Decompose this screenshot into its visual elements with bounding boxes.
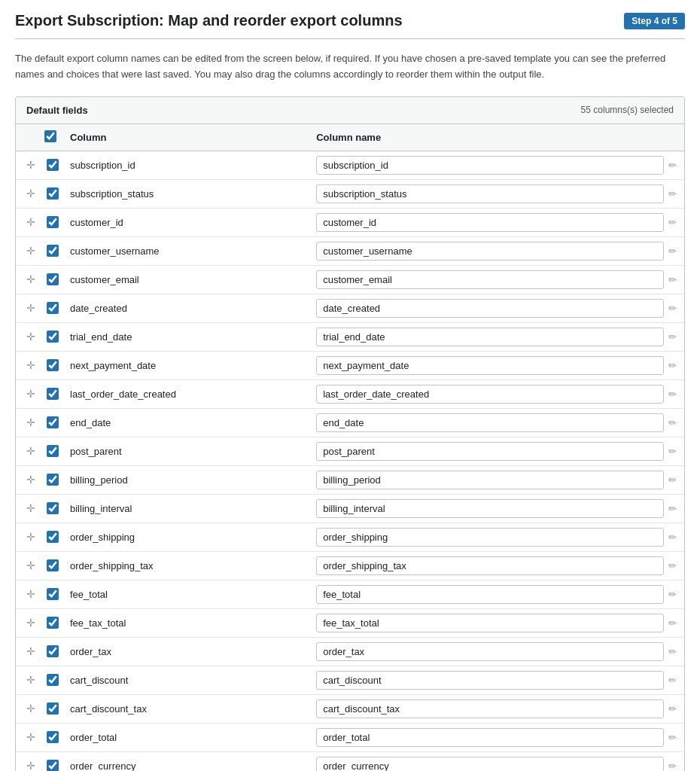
drag-handle-icon[interactable]: ✛ — [23, 588, 38, 600]
check-header[interactable] — [44, 130, 61, 145]
row-checkbox[interactable] — [47, 559, 59, 571]
drag-handle-icon[interactable]: ✛ — [23, 702, 38, 715]
row-col-name-input[interactable] — [316, 385, 664, 404]
drag-handle-icon[interactable]: ✛ — [23, 731, 38, 743]
drag-handle-icon[interactable]: ✛ — [23, 302, 38, 314]
row-col-name-input[interactable] — [316, 728, 664, 747]
drag-handle-icon[interactable]: ✛ — [23, 445, 38, 457]
row-checkbox[interactable] — [47, 674, 59, 686]
row-col-name-input[interactable] — [316, 213, 664, 232]
row-col-name-input[interactable] — [316, 413, 664, 432]
row-checkbox[interactable] — [47, 245, 59, 257]
row-col-name-input[interactable] — [316, 556, 664, 575]
drag-handle-icon[interactable]: ✛ — [23, 273, 38, 285]
drag-handle-icon[interactable]: ✛ — [23, 531, 38, 543]
edit-icon[interactable]: ✏ — [668, 160, 677, 171]
drag-handle-icon[interactable]: ✛ — [23, 388, 38, 400]
edit-icon[interactable]: ✏ — [668, 417, 677, 428]
row-checkbox-wrapper[interactable] — [44, 245, 61, 257]
edit-icon[interactable]: ✏ — [668, 732, 677, 743]
row-col-name-input[interactable] — [316, 156, 664, 175]
edit-icon[interactable]: ✏ — [668, 703, 677, 715]
row-checkbox[interactable] — [47, 187, 59, 200]
row-checkbox-wrapper[interactable] — [44, 588, 61, 600]
row-checkbox[interactable] — [47, 216, 59, 228]
row-checkbox[interactable] — [47, 273, 59, 285]
drag-handle-icon[interactable]: ✛ — [23, 187, 38, 200]
drag-handle-icon[interactable]: ✛ — [23, 674, 38, 686]
edit-icon[interactable]: ✏ — [668, 560, 677, 571]
row-checkbox-wrapper[interactable] — [44, 531, 61, 543]
row-checkbox-wrapper[interactable] — [44, 645, 61, 657]
edit-icon[interactable]: ✏ — [668, 360, 677, 371]
row-checkbox-wrapper[interactable] — [44, 302, 61, 314]
edit-icon[interactable]: ✏ — [668, 503, 677, 514]
row-col-name-input[interactable] — [316, 528, 664, 547]
row-checkbox[interactable] — [47, 302, 59, 314]
row-checkbox-wrapper[interactable] — [44, 331, 61, 343]
row-checkbox[interactable] — [47, 502, 59, 514]
row-checkbox-wrapper[interactable] — [44, 731, 61, 743]
row-col-name-input[interactable] — [316, 270, 664, 289]
row-checkbox-wrapper[interactable] — [44, 216, 61, 228]
row-col-name-input[interactable] — [316, 671, 664, 690]
row-checkbox-wrapper[interactable] — [44, 445, 61, 457]
row-checkbox-wrapper[interactable] — [44, 702, 61, 715]
edit-icon[interactable]: ✏ — [668, 646, 677, 657]
drag-handle-icon[interactable]: ✛ — [23, 331, 38, 343]
edit-icon[interactable]: ✏ — [668, 617, 677, 629]
row-checkbox[interactable] — [47, 760, 59, 771]
row-checkbox-wrapper[interactable] — [44, 273, 61, 285]
row-col-name-input[interactable] — [316, 328, 664, 346]
row-checkbox[interactable] — [47, 474, 59, 486]
edit-icon[interactable]: ✏ — [668, 474, 677, 486]
row-checkbox[interactable] — [47, 331, 59, 343]
drag-handle-icon[interactable]: ✛ — [23, 245, 38, 257]
row-col-name-input[interactable] — [316, 299, 664, 318]
row-checkbox[interactable] — [47, 531, 59, 543]
row-checkbox-wrapper[interactable] — [44, 388, 61, 400]
row-col-name-input[interactable] — [316, 642, 664, 661]
edit-icon[interactable]: ✏ — [668, 217, 677, 228]
drag-handle-icon[interactable]: ✛ — [23, 359, 38, 371]
drag-handle-icon[interactable]: ✛ — [23, 645, 38, 657]
row-checkbox-wrapper[interactable] — [44, 760, 61, 771]
row-col-name-input[interactable] — [316, 499, 664, 518]
drag-handle-icon[interactable]: ✛ — [23, 474, 38, 486]
row-checkbox-wrapper[interactable] — [44, 359, 61, 371]
row-checkbox-wrapper[interactable] — [44, 187, 61, 200]
drag-handle-icon[interactable]: ✛ — [23, 502, 38, 514]
row-col-name-input[interactable] — [316, 757, 664, 771]
edit-icon[interactable]: ✏ — [668, 675, 677, 686]
row-col-name-input[interactable] — [316, 614, 664, 632]
select-all-checkbox[interactable] — [44, 130, 56, 142]
edit-icon[interactable]: ✏ — [668, 446, 677, 457]
row-checkbox-wrapper[interactable] — [44, 674, 61, 686]
row-checkbox-wrapper[interactable] — [44, 474, 61, 486]
row-checkbox[interactable] — [47, 645, 59, 657]
row-checkbox[interactable] — [47, 731, 59, 743]
row-col-name-input[interactable] — [316, 184, 664, 203]
row-col-name-input[interactable] — [316, 356, 664, 375]
row-checkbox[interactable] — [47, 416, 59, 428]
edit-icon[interactable]: ✏ — [668, 274, 677, 285]
row-checkbox[interactable] — [47, 617, 59, 629]
row-col-name-input[interactable] — [316, 442, 664, 461]
row-checkbox-wrapper[interactable] — [44, 559, 61, 571]
drag-handle-icon[interactable]: ✛ — [23, 216, 38, 228]
row-col-name-input[interactable] — [316, 242, 664, 261]
row-col-name-input[interactable] — [316, 471, 664, 489]
row-checkbox[interactable] — [47, 159, 59, 171]
edit-icon[interactable]: ✏ — [668, 760, 677, 771]
row-checkbox-wrapper[interactable] — [44, 159, 61, 171]
drag-handle-icon[interactable]: ✛ — [23, 617, 38, 629]
row-checkbox[interactable] — [47, 359, 59, 371]
row-checkbox[interactable] — [47, 588, 59, 600]
edit-icon[interactable]: ✏ — [668, 532, 677, 543]
row-col-name-input[interactable] — [316, 699, 664, 718]
edit-icon[interactable]: ✏ — [668, 188, 677, 200]
edit-icon[interactable]: ✏ — [668, 331, 677, 343]
drag-handle-icon[interactable]: ✛ — [23, 416, 38, 428]
row-checkbox-wrapper[interactable] — [44, 617, 61, 629]
edit-icon[interactable]: ✏ — [668, 389, 677, 400]
